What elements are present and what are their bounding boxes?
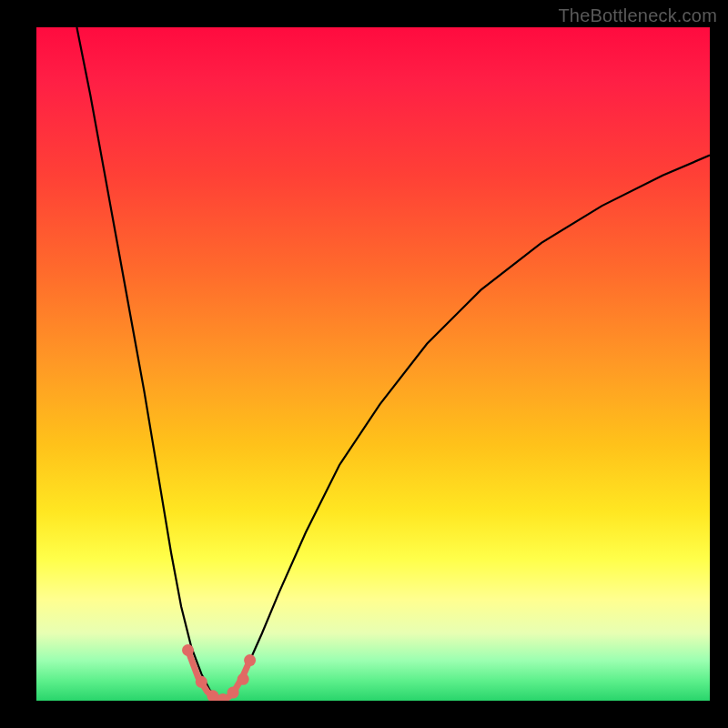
curve-layer [36, 27, 710, 701]
valley-marker [228, 687, 239, 699]
valley-marker [244, 654, 256, 666]
watermark-text: TheBottleneck.com [558, 5, 717, 26]
valley-marker [182, 644, 194, 656]
plot-area [36, 27, 710, 701]
valley-marker [238, 673, 249, 685]
chart-stage: TheBottleneck.com [0, 0, 728, 728]
curve-left-branch [76, 27, 217, 697]
valley-marker [196, 676, 207, 688]
curve-right-branch [228, 156, 710, 698]
